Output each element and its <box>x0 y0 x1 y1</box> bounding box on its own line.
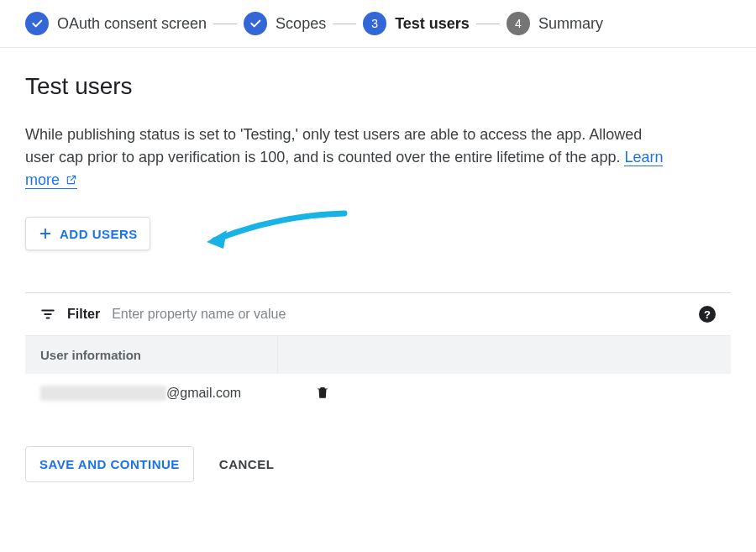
annotation-arrow-icon <box>202 207 353 257</box>
cancel-button[interactable]: CANCEL <box>219 457 275 471</box>
description-text: While publishing status is set to 'Testi… <box>25 126 642 166</box>
page-description: While publishing status is set to 'Testi… <box>25 124 664 192</box>
delete-user-button[interactable] <box>312 381 333 406</box>
plus-icon <box>38 226 53 241</box>
filter-icon <box>40 307 55 322</box>
check-icon <box>244 12 267 35</box>
step-label: Summary <box>538 15 603 33</box>
action-buttons: SAVE AND CONTINUE CANCEL <box>25 446 731 482</box>
save-and-continue-button[interactable]: SAVE AND CONTINUE <box>25 446 194 482</box>
trash-icon <box>315 385 330 400</box>
step-scopes[interactable]: Scopes <box>244 12 326 35</box>
column-header-actions <box>277 336 731 374</box>
step-connector <box>333 24 356 24</box>
table-row: @gmail.com <box>25 374 731 413</box>
step-connector <box>476 24 500 24</box>
add-users-label: ADD USERS <box>60 227 138 241</box>
step-test-users[interactable]: 3 Test users <box>363 12 470 35</box>
step-number-icon: 3 <box>363 12 386 35</box>
column-header-user-info: User information <box>25 336 277 374</box>
step-oauth-consent[interactable]: OAuth consent screen <box>25 12 207 35</box>
redacted-text <box>40 386 166 401</box>
filter-label: Filter <box>67 307 100 322</box>
page-title: Test users <box>25 73 731 100</box>
help-icon[interactable]: ? <box>699 306 716 323</box>
step-number-icon: 4 <box>507 12 530 35</box>
users-table: Filter ? User information @gmail.com <box>25 292 731 413</box>
email-suffix: @gmail.com <box>166 386 241 401</box>
stepper: OAuth consent screen Scopes 3 Test users… <box>0 0 756 48</box>
add-users-button[interactable]: ADD USERS <box>25 217 150 250</box>
step-label: Test users <box>395 15 470 33</box>
check-icon <box>25 12 49 35</box>
step-label: OAuth consent screen <box>57 15 207 33</box>
filter-input[interactable] <box>112 305 687 323</box>
step-connector <box>213 24 237 24</box>
filter-bar: Filter ? <box>25 293 731 336</box>
step-summary[interactable]: 4 Summary <box>507 12 603 35</box>
step-label: Scopes <box>276 15 326 33</box>
external-link-icon <box>66 174 77 186</box>
table-header: User information <box>25 336 731 374</box>
add-users-row: ADD USERS <box>25 217 731 250</box>
main-content: Test users While publishing status is se… <box>0 48 756 507</box>
user-email-cell: @gmail.com <box>25 374 277 413</box>
